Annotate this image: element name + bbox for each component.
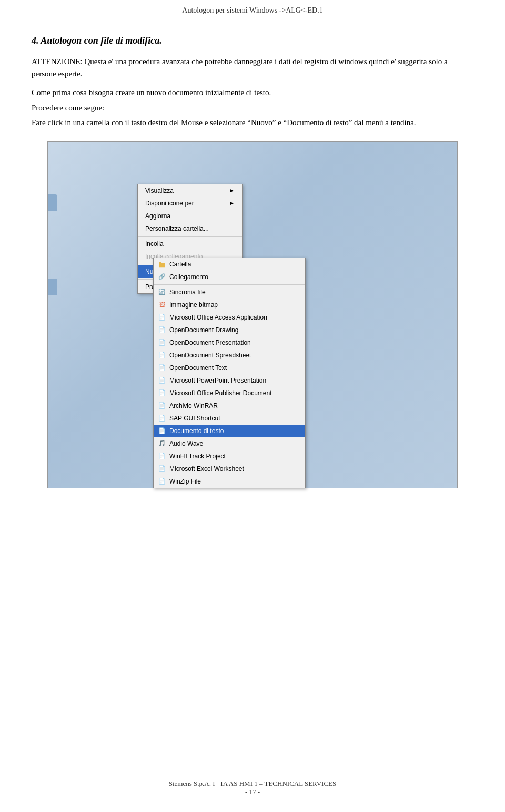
bitmap-icon: 🖼 xyxy=(158,301,166,309)
spreadsheet-icon: 📄 xyxy=(158,351,166,359)
submenu-item-winzip[interactable]: 📄 WinZip File xyxy=(154,475,305,488)
powerpoint-icon: 📄 xyxy=(158,376,166,385)
menu-sep-1 xyxy=(138,236,242,237)
audio-icon: 🎵 xyxy=(158,439,166,448)
submenu-item-sap[interactable]: 📄 SAP GUI Shortcut xyxy=(154,412,305,425)
menu-item-disponi[interactable]: Disponi icone per ► xyxy=(138,197,242,210)
submenu-item-bitmap[interactable]: 🖼 Immagine bitmap xyxy=(154,299,305,311)
submenu: Cartella 🔗 Collegamento 🔄 Sincronia file… xyxy=(153,258,306,488)
desktop-background: Visualizza ► Disponi icone per ► Aggiorn… xyxy=(47,141,458,488)
menu-item-personalizza[interactable]: Personalizza cartella... xyxy=(138,222,242,235)
submenu-item-documento[interactable]: 📄 Documento di testo xyxy=(154,425,305,437)
submenu-item-winrar[interactable]: 📄 Archivio WinRAR xyxy=(154,399,305,412)
submenu-item-collegamento[interactable]: 🔗 Collegamento xyxy=(154,271,305,283)
submenu-item-access[interactable]: 📄 Microsoft Office Access Application xyxy=(154,311,305,324)
page-footer: Siemens S.p.A. I - IA AS HMI 1 – TECHNIC… xyxy=(0,769,505,801)
menu-item-incolla[interactable]: Incolla xyxy=(138,238,242,250)
winzip-icon: 📄 xyxy=(158,477,166,486)
body-line2: Procedere come segue: xyxy=(32,102,473,114)
warning-text: ATTENZIONE: Questa e' una procedura avan… xyxy=(32,56,473,79)
submenu-item-publisher[interactable]: 📄 Microsoft Office Publisher Document xyxy=(154,387,305,399)
section-number: 4. xyxy=(32,35,39,46)
submenu-item-spreadsheet[interactable]: 📄 OpenDocument Spreadsheet xyxy=(154,349,305,362)
page-content: 4. Autologon con file di modifica. ATTEN… xyxy=(0,19,505,517)
page-header: Autologon per sistemi Windows ->ALG<-ED.… xyxy=(0,0,505,19)
excel-icon: 📄 xyxy=(158,465,166,473)
body-line3: Fare click in una cartella con il tasto … xyxy=(32,117,473,129)
submenu-item-excel[interactable]: 📄 Microsoft Excel Worksheet xyxy=(154,462,305,475)
access-icon: 📄 xyxy=(158,313,166,322)
desktop-area: Visualizza ► Disponi icone per ► Aggiorn… xyxy=(32,141,473,488)
sidebar-tab-1[interactable] xyxy=(48,194,57,211)
submenu-item-cartella[interactable]: Cartella xyxy=(154,258,305,271)
menu-item-visualizza[interactable]: Visualizza ► xyxy=(138,184,242,197)
winrar-icon: 📄 xyxy=(158,402,166,410)
submenu-sep-1 xyxy=(154,284,305,285)
link-icon: 🔗 xyxy=(158,273,166,281)
menu-item-aggiorna[interactable]: Aggiorna xyxy=(138,210,242,222)
submenu-item-winhttrack[interactable]: 📄 WinHTTrack Project xyxy=(154,450,305,462)
presentation-icon: 📄 xyxy=(158,338,166,347)
submenu-item-odtext[interactable]: 📄 OpenDocument Text xyxy=(154,362,305,374)
submenu-item-audio[interactable]: 🎵 Audio Wave xyxy=(154,437,305,450)
submenu-item-presentation[interactable]: 📄 OpenDocument Presentation xyxy=(154,336,305,349)
publisher-icon: 📄 xyxy=(158,389,166,397)
body-line1: Come prima cosa bisogna creare un nuovo … xyxy=(32,87,473,99)
footer-line1: Siemens S.p.A. I - IA AS HMI 1 – TECHNIC… xyxy=(0,779,505,788)
section-title: 4. Autologon con file di modifica. xyxy=(32,35,473,46)
odtext-icon: 📄 xyxy=(158,364,166,372)
submenu-item-powerpoint[interactable]: 📄 Microsoft PowerPoint Presentation xyxy=(154,374,305,387)
drawing-icon: 📄 xyxy=(158,326,166,334)
submenu-item-drawing[interactable]: 📄 OpenDocument Drawing xyxy=(154,324,305,336)
winht-icon: 📄 xyxy=(158,452,166,460)
sidebar-tab-2[interactable] xyxy=(48,279,57,295)
sync-icon: 🔄 xyxy=(158,288,166,296)
submenu-item-sincronia[interactable]: 🔄 Sincronia file xyxy=(154,286,305,299)
doc-icon: 📄 xyxy=(158,427,166,435)
folder-icon xyxy=(158,260,166,269)
section-heading: Autologon con file di modifica. xyxy=(41,35,162,46)
sap-icon: 📄 xyxy=(158,414,166,423)
footer-line2: - 17 - xyxy=(0,788,505,796)
header-title: Autologon per sistemi Windows ->ALG<-ED.… xyxy=(182,6,322,14)
